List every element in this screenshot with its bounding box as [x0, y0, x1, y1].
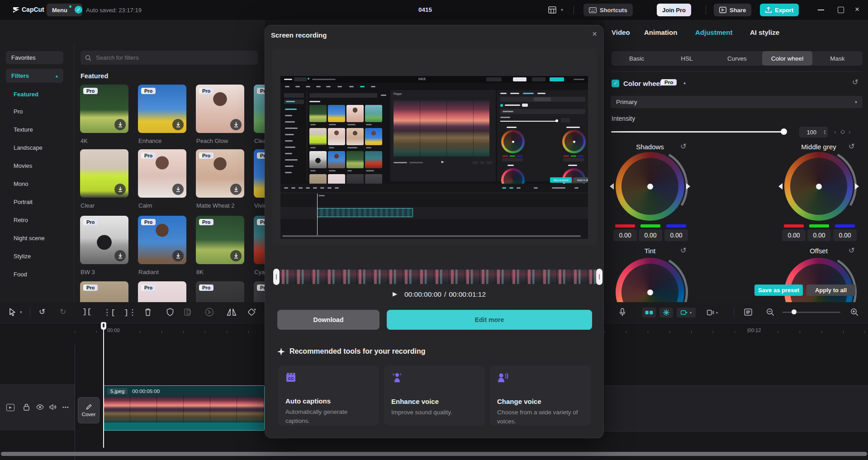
middle-grey-green-value[interactable]: 0.00	[807, 229, 831, 241]
download-icon[interactable]	[230, 119, 242, 130]
stepper-icons[interactable]: ▴▾	[824, 129, 828, 135]
category-night-scene[interactable]: Night scene	[14, 235, 45, 243]
apply-to-all-button[interactable]: Apply to all	[806, 285, 855, 296]
more-options-icon[interactable]: •••	[62, 404, 69, 410]
playhead-line[interactable]	[103, 329, 104, 448]
record-voiceover-icon[interactable]	[617, 307, 627, 317]
mirror-icon[interactable]	[226, 307, 237, 317]
middle-grey-blue-value[interactable]: 0.00	[833, 229, 857, 241]
shadows-blue-value[interactable]: 0.00	[664, 229, 688, 241]
filter-card[interactable]: Pro	[196, 85, 244, 133]
track-options-icon[interactable]: ▾	[703, 308, 722, 318]
filter-card[interactable]: Pro	[196, 149, 244, 198]
filter-card[interactable]: Pro	[80, 281, 128, 302]
download-button[interactable]: Download	[277, 310, 379, 330]
wheel-left-arrow-icon[interactable]	[778, 183, 783, 190]
horizontal-scrollbar[interactable]	[1, 452, 867, 456]
color-wheel-checkbox[interactable]: ✓	[612, 80, 619, 87]
tab-video[interactable]: Video	[612, 28, 630, 36]
category-portrait[interactable]: Portrait	[14, 199, 33, 207]
tint-color-wheel[interactable]	[616, 258, 684, 302]
audio-stretch-toggle-icon[interactable]	[642, 308, 656, 318]
category-texture[interactable]: Texture	[14, 126, 33, 134]
recording-filmstrip[interactable]	[280, 270, 596, 284]
playhead-head[interactable]	[101, 322, 106, 330]
wheel-right-arrow-icon[interactable]	[686, 183, 690, 190]
wheel-cursor[interactable]	[816, 184, 822, 190]
export-button[interactable]: Export	[760, 4, 799, 16]
category-food[interactable]: Food	[14, 271, 27, 279]
category-movies[interactable]: Movies	[14, 162, 32, 171]
filter-card[interactable]: Pro	[80, 85, 128, 133]
middle-grey-red-value[interactable]: 0.00	[782, 229, 806, 241]
wheel-target-dropdown[interactable]: Primary ▾	[611, 96, 863, 108]
filter-card[interactable]	[80, 149, 128, 198]
window-maximize-button[interactable]	[838, 7, 844, 13]
wheel-cursor[interactable]	[647, 184, 653, 190]
speaker-icon[interactable]	[49, 403, 57, 411]
filter-card[interactable]: Pro	[196, 216, 244, 264]
download-icon[interactable]	[172, 184, 184, 195]
tool-card-change-voice[interactable]: Change voice Choose from a wide variety …	[490, 365, 591, 426]
save-as-preset-button[interactable]: Save as preset	[754, 285, 803, 296]
subtab-curves[interactable]: Curves	[712, 51, 762, 66]
zoom-in-icon[interactable]	[849, 307, 859, 317]
shadows-reset-icon[interactable]: ↺	[680, 142, 686, 151]
download-icon[interactable]	[230, 250, 242, 261]
download-icon[interactable]	[114, 184, 126, 195]
download-icon[interactable]	[114, 119, 126, 130]
redo-icon[interactable]: ↻	[60, 307, 66, 317]
eye-icon[interactable]	[36, 404, 44, 410]
filter-card[interactable]: Pro	[138, 281, 186, 302]
filter-card[interactable]: Pro	[254, 281, 265, 302]
download-icon[interactable]	[114, 250, 126, 261]
zoom-out-icon[interactable]	[765, 307, 775, 317]
tint-reset-icon[interactable]: ↺	[680, 246, 686, 255]
timeline-settings-icon[interactable]	[743, 307, 754, 317]
timeline-zoom-thumb[interactable]	[792, 309, 797, 314]
empty-track-lane[interactable]	[604, 385, 868, 432]
shadows-red-value[interactable]: 0.00	[613, 229, 637, 241]
sidebar-item-filters[interactable]: Filters ▴	[6, 69, 63, 83]
download-icon[interactable]	[230, 184, 242, 195]
middle-grey-reset-icon[interactable]: ↺	[849, 142, 854, 151]
layout-switcher-icon[interactable]	[548, 6, 557, 14]
filter-card[interactable]: Pro	[80, 216, 128, 264]
section-reset-icon[interactable]: ↺	[852, 78, 858, 86]
category-pro[interactable]: Pro	[14, 108, 23, 116]
download-icon[interactable]	[172, 250, 184, 261]
category-mono[interactable]: Mono	[14, 180, 28, 189]
preview-play-icon[interactable]: ▶	[393, 290, 397, 297]
download-icon[interactable]	[172, 119, 184, 130]
undo-icon[interactable]: ↺	[39, 307, 45, 317]
category-stylize[interactable]: Stylize	[14, 253, 31, 261]
select-tool-caret-icon[interactable]: ▾	[20, 310, 22, 314]
freeze-toggle-icon[interactable]	[659, 308, 673, 318]
category-featured[interactable]: Featured	[14, 91, 38, 99]
modal-close-icon[interactable]: ×	[592, 29, 597, 39]
section-collapse-icon[interactable]: ▲	[683, 81, 687, 85]
timeline-clip-5jpeg[interactable]: 5.jpeg 00:00:05:00	[103, 385, 265, 431]
filter-card[interactable]: Pro	[254, 149, 265, 198]
join-pro-button[interactable]: Join Pro	[657, 4, 691, 16]
offset-reset-icon[interactable]: ↺	[849, 246, 854, 255]
intensity-value-box[interactable]: 100 ▴▾	[799, 127, 828, 138]
tool-card-enhance-voice[interactable]: Enhance voice Improve sound quality.	[384, 365, 485, 426]
filter-card[interactable]: Pro	[138, 149, 186, 198]
search-input[interactable]	[95, 54, 232, 62]
mask-shield-icon[interactable]	[165, 307, 175, 317]
tab-ai-stylize[interactable]: AI stylize	[750, 28, 779, 36]
subtab-hsl[interactable]: HSL	[662, 51, 712, 66]
rotate-icon[interactable]	[246, 307, 257, 317]
delete-right-icon[interactable]: ]⋮	[124, 308, 136, 317]
select-tool-icon[interactable]	[7, 307, 17, 317]
ruler-ticks[interactable]	[604, 331, 868, 333]
window-close-button[interactable]: ×	[855, 5, 859, 14]
tool-card-auto-captions[interactable]: CC Auto captions Automatically generate …	[278, 365, 379, 426]
tab-animation[interactable]: Animation	[644, 28, 677, 36]
trim-handle-right[interactable]	[596, 269, 602, 285]
keyframe-next-icon[interactable]: ›	[849, 128, 850, 135]
subtab-mask[interactable]: Mask	[812, 51, 863, 66]
sidebar-item-favorites[interactable]: Favorites	[6, 51, 63, 64]
layout-caret-icon[interactable]: ▾	[561, 7, 563, 12]
